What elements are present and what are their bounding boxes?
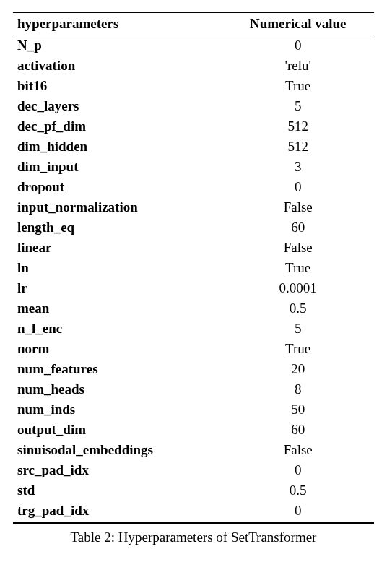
hyperparameter-name: mean	[13, 298, 222, 319]
caption-prefix: Table 2:	[71, 529, 118, 545]
table-row: input_normalizationFalse	[13, 197, 374, 217]
hyperparameter-name: sinuisodal_embeddings	[13, 440, 222, 460]
table-row: trg_pad_idx0	[13, 501, 374, 523]
hyperparameter-value: 0.5	[222, 480, 374, 501]
caption-text: Hyperparameters of SetTransformer	[118, 529, 317, 545]
hyperparameter-value: 0	[222, 177, 374, 197]
table-row: num_features20	[13, 359, 374, 379]
hyperparameter-name: dec_pf_dim	[13, 116, 222, 137]
hyperparameter-value: 512	[222, 137, 374, 157]
column-header-hyperparameters: hyperparameters	[13, 12, 222, 35]
table-caption: Table 2: Hyperparameters of SetTransform…	[13, 529, 374, 545]
hyperparameter-value: 3	[222, 157, 374, 177]
table-row: dim_hidden512	[13, 137, 374, 157]
hyperparameter-value: 0	[222, 501, 374, 523]
table-row: lr0.0001	[13, 278, 374, 298]
table-row: num_heads8	[13, 379, 374, 399]
hyperparameter-name: norm	[13, 339, 222, 359]
hyperparameter-value: 60	[222, 217, 374, 238]
hyperparameter-value: 0.5	[222, 298, 374, 319]
hyperparameter-name: dropout	[13, 177, 222, 197]
table-row: linearFalse	[13, 238, 374, 258]
table-row: lnTrue	[13, 258, 374, 278]
table-row: std0.5	[13, 480, 374, 501]
hyperparameter-value: True	[222, 339, 374, 359]
table-row: normTrue	[13, 339, 374, 359]
hyperparameter-value: 0.0001	[222, 278, 374, 298]
hyperparameter-value: True	[222, 76, 374, 96]
table-row: N_p0	[13, 35, 374, 56]
hyperparameter-value: 512	[222, 116, 374, 137]
table-row: n_l_enc5	[13, 319, 374, 339]
hyperparameter-name: dim_hidden	[13, 137, 222, 157]
table-row: dropout0	[13, 177, 374, 197]
table-row: num_inds50	[13, 399, 374, 420]
hyperparameter-name: num_features	[13, 359, 222, 379]
hyperparameter-name: bit16	[13, 76, 222, 96]
hyperparameter-value: 0	[222, 35, 374, 56]
hyperparameter-name: N_p	[13, 35, 222, 56]
table-row: dec_layers5	[13, 96, 374, 116]
table-row: dim_input3	[13, 157, 374, 177]
column-header-value: Numerical value	[222, 12, 374, 35]
hyperparameter-name: ln	[13, 258, 222, 278]
table-row: length_eq60	[13, 217, 374, 238]
table-header-row: hyperparameters Numerical value	[13, 12, 374, 35]
hyperparameter-name: activation	[13, 56, 222, 76]
hyperparameter-name: length_eq	[13, 217, 222, 238]
hyperparameter-name: num_inds	[13, 399, 222, 420]
hyperparameter-value: True	[222, 258, 374, 278]
hyperparameter-value: False	[222, 238, 374, 258]
hyperparameter-name: std	[13, 480, 222, 501]
hyperparameters-table-wrap: hyperparameters Numerical value N_p0acti…	[13, 12, 374, 545]
hyperparameter-name: output_dim	[13, 420, 222, 440]
table-row: dec_pf_dim512	[13, 116, 374, 137]
hyperparameter-name: trg_pad_idx	[13, 501, 222, 523]
hyperparameter-name: num_heads	[13, 379, 222, 399]
hyperparameter-value: 5	[222, 319, 374, 339]
hyperparameter-value: 5	[222, 96, 374, 116]
hyperparameter-value: 8	[222, 379, 374, 399]
hyperparameter-value: 20	[222, 359, 374, 379]
hyperparameter-value: False	[222, 440, 374, 460]
hyperparameter-value: 50	[222, 399, 374, 420]
hyperparameter-name: src_pad_idx	[13, 460, 222, 480]
hyperparameter-name: lr	[13, 278, 222, 298]
hyperparameter-value: 0	[222, 460, 374, 480]
hyperparameter-value: False	[222, 197, 374, 217]
table-row: src_pad_idx0	[13, 460, 374, 480]
table-row: mean0.5	[13, 298, 374, 319]
hyperparameters-table: hyperparameters Numerical value N_p0acti…	[13, 12, 374, 524]
table-row: activation'relu'	[13, 56, 374, 76]
hyperparameter-name: dec_layers	[13, 96, 222, 116]
hyperparameter-name: n_l_enc	[13, 319, 222, 339]
hyperparameter-name: dim_input	[13, 157, 222, 177]
hyperparameter-name: linear	[13, 238, 222, 258]
table-row: sinuisodal_embeddingsFalse	[13, 440, 374, 460]
hyperparameter-name: input_normalization	[13, 197, 222, 217]
table-row: bit16True	[13, 76, 374, 96]
hyperparameter-value: 'relu'	[222, 56, 374, 76]
table-row: output_dim60	[13, 420, 374, 440]
hyperparameter-value: 60	[222, 420, 374, 440]
